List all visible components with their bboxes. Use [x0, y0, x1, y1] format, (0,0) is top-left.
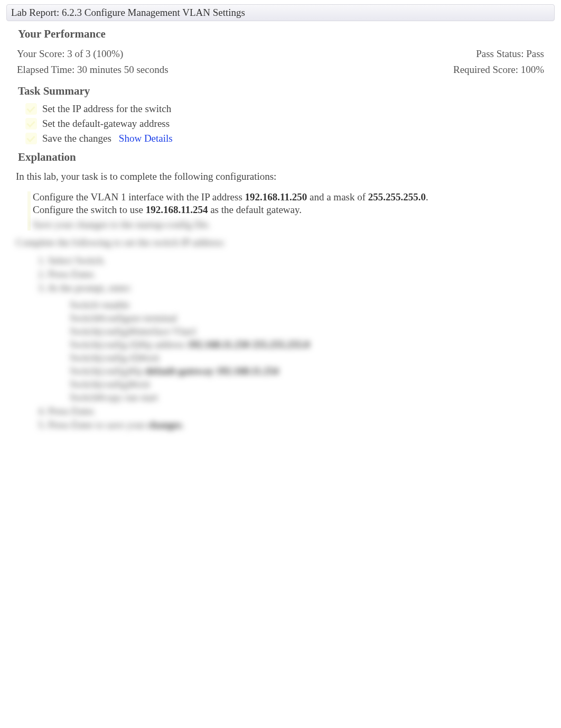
performance-heading: Your Performance — [18, 27, 555, 41]
cli-line: Switch(config-if)#exit — [70, 352, 555, 364]
cli-line: Switch(config)#exit — [70, 379, 555, 390]
explanation-heading: Explanation — [18, 151, 555, 164]
task-label: Set the IP address for the switch — [42, 103, 171, 115]
blur-lead: Complete the following to set the switch… — [16, 237, 555, 248]
cli-line: Switch(config)#interface Vlan1 — [70, 326, 555, 337]
blurred-content: Save your changes to the startup-config … — [33, 219, 555, 231]
elapsed-time-label: Elapsed Time: 30 minutes 50 seconds — [17, 62, 169, 78]
cli-line: Switch>enable — [70, 299, 555, 311]
cli-line: Switch#copy run start — [70, 392, 555, 403]
blurred-body: Complete the following to set the switch… — [6, 237, 555, 431]
cli-line: Switch(config)#ip default-gateway 192.16… — [70, 365, 555, 377]
check-icon — [25, 133, 37, 144]
your-score-label: Your Score: 3 of 3 (100%) — [17, 46, 169, 62]
task-label: Save the changes — [42, 133, 111, 144]
step-1: 1. Select Switch. — [38, 255, 555, 266]
explanation-bullets: Configure the VLAN 1 interface with the … — [27, 191, 555, 231]
bullet-line-2: Configure the switch to use 192.168.11.2… — [33, 204, 555, 216]
bullet-line-1: Configure the VLAN 1 interface with the … — [33, 191, 555, 203]
explanation-intro: In this lab, your task is to complete th… — [16, 169, 555, 185]
check-icon — [25, 103, 37, 115]
lab-report-header: Lab Report: 6.2.3 Configure Management V… — [6, 4, 555, 21]
required-score-label: Required Score: 100% — [453, 62, 544, 78]
score-right-column: Pass Status: Pass Required Score: 100% — [453, 46, 544, 78]
task-list: Set the IP address for the switch Set th… — [25, 103, 555, 144]
cli-line: Switch(config-if)#ip address 192.168.11.… — [70, 339, 555, 351]
blur-tail: 4. Press Enter. 5. Press Enter to save y… — [38, 406, 555, 431]
step-5: 5. Press Enter to save your changes. — [38, 419, 555, 431]
task-summary-heading: Task Summary — [18, 85, 555, 98]
step-2: 2. Press Enter. — [38, 269, 555, 280]
step-4: 4. Press Enter. — [38, 406, 555, 417]
bullet-line-3: Save your changes to the startup-config … — [33, 219, 555, 231]
blur-steps: 1. Select Switch. 2. Press Enter. 3. At … — [38, 255, 555, 294]
score-row: Your Score: 3 of 3 (100%) Elapsed Time: … — [17, 46, 544, 78]
task-item: Save the changes Show Details — [25, 133, 555, 144]
cli-line: Switch#configure terminal — [70, 312, 555, 324]
task-item: Set the default-gateway address — [25, 118, 555, 130]
pass-status-label: Pass Status: Pass — [453, 46, 544, 62]
check-icon — [25, 118, 37, 130]
show-details-link[interactable]: Show Details — [119, 133, 173, 144]
task-item: Set the IP address for the switch — [25, 103, 555, 115]
score-left-column: Your Score: 3 of 3 (100%) Elapsed Time: … — [17, 46, 169, 78]
lab-report-title: Lab Report: 6.2.3 Configure Management V… — [11, 7, 245, 18]
cli-block: Switch>enable Switch#configure terminal … — [70, 299, 555, 403]
task-label: Set the default-gateway address — [42, 118, 170, 130]
step-3: 3. At the prompt, enter: — [38, 282, 555, 294]
